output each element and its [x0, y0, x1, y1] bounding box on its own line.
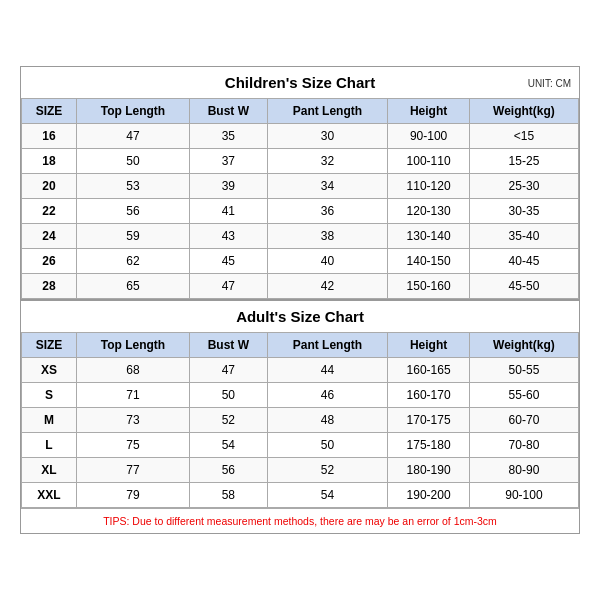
children-title-text: Children's Size Chart — [225, 74, 375, 91]
header-top-length: Top Length — [76, 99, 189, 124]
table-cell: 45 — [190, 249, 268, 274]
table-cell: 90-100 — [388, 124, 470, 149]
table-cell: 150-160 — [388, 274, 470, 299]
table-row: 26624540140-15040-45 — [22, 249, 579, 274]
table-row: 20533934110-12025-30 — [22, 174, 579, 199]
table-cell: 28 — [22, 274, 77, 299]
table-row: M735248170-17560-70 — [22, 408, 579, 433]
table-cell: 35-40 — [469, 224, 578, 249]
table-cell: 22 — [22, 199, 77, 224]
table-cell: 35 — [190, 124, 268, 149]
table-header-row: SIZE Top Length Bust W Pant Length Heigh… — [22, 99, 579, 124]
table-cell: S — [22, 383, 77, 408]
table-cell: XL — [22, 458, 77, 483]
table-cell: 46 — [267, 383, 388, 408]
size-chart-container: Children's Size Chart UNIT: CM SIZE Top … — [20, 66, 580, 534]
adult-header-row: SIZE Top Length Bust W Pant Length Heigh… — [22, 333, 579, 358]
table-cell: 36 — [267, 199, 388, 224]
adult-section-title: Adult's Size Chart — [21, 299, 579, 332]
adult-header-size: SIZE — [22, 333, 77, 358]
header-bust-w: Bust W — [190, 99, 268, 124]
table-cell: 54 — [190, 433, 268, 458]
table-cell: 65 — [76, 274, 189, 299]
table-cell: 43 — [190, 224, 268, 249]
table-cell: 50-55 — [469, 358, 578, 383]
unit-label: UNIT: CM — [528, 77, 571, 88]
table-cell: 15-25 — [469, 149, 578, 174]
table-cell: 41 — [190, 199, 268, 224]
children-size-table: SIZE Top Length Bust W Pant Length Heigh… — [21, 98, 579, 299]
table-cell: 53 — [76, 174, 189, 199]
table-cell: 68 — [76, 358, 189, 383]
table-cell: 50 — [267, 433, 388, 458]
table-cell: 16 — [22, 124, 77, 149]
table-cell: 52 — [190, 408, 268, 433]
adult-title-text: Adult's Size Chart — [236, 308, 364, 325]
table-cell: 44 — [267, 358, 388, 383]
table-cell: 37 — [190, 149, 268, 174]
table-cell: 47 — [190, 358, 268, 383]
table-row: 28654742150-16045-50 — [22, 274, 579, 299]
table-cell: 73 — [76, 408, 189, 433]
table-cell: 45-50 — [469, 274, 578, 299]
table-cell: 34 — [267, 174, 388, 199]
children-section-title: Children's Size Chart UNIT: CM — [21, 67, 579, 98]
table-cell: 79 — [76, 483, 189, 508]
table-cell: 70-80 — [469, 433, 578, 458]
table-cell: 38 — [267, 224, 388, 249]
table-cell: 25-30 — [469, 174, 578, 199]
table-row: XS684744160-16550-55 — [22, 358, 579, 383]
table-cell: 52 — [267, 458, 388, 483]
header-size: SIZE — [22, 99, 77, 124]
table-row: S715046160-17055-60 — [22, 383, 579, 408]
table-cell: 140-150 — [388, 249, 470, 274]
table-cell: XS — [22, 358, 77, 383]
table-row: XXL795854190-20090-100 — [22, 483, 579, 508]
table-row: 1647353090-100<15 — [22, 124, 579, 149]
tips-text: TIPS: Due to different measurement metho… — [21, 508, 579, 533]
header-weight: Weight(kg) — [469, 99, 578, 124]
table-cell: 50 — [190, 383, 268, 408]
table-row: L755450175-18070-80 — [22, 433, 579, 458]
table-cell: <15 — [469, 124, 578, 149]
table-cell: 190-200 — [388, 483, 470, 508]
table-cell: 160-170 — [388, 383, 470, 408]
table-cell: 56 — [190, 458, 268, 483]
table-row: 24594338130-14035-40 — [22, 224, 579, 249]
table-cell: 20 — [22, 174, 77, 199]
table-cell: 26 — [22, 249, 77, 274]
table-cell: 55-60 — [469, 383, 578, 408]
table-cell: 50 — [76, 149, 189, 174]
table-cell: 47 — [190, 274, 268, 299]
table-cell: 80-90 — [469, 458, 578, 483]
table-cell: 40-45 — [469, 249, 578, 274]
table-cell: 30-35 — [469, 199, 578, 224]
adult-header-height: Height — [388, 333, 470, 358]
table-cell: 56 — [76, 199, 189, 224]
adult-size-table: SIZE Top Length Bust W Pant Length Heigh… — [21, 332, 579, 508]
adult-header-weight: Weight(kg) — [469, 333, 578, 358]
table-row: 18503732100-11015-25 — [22, 149, 579, 174]
table-row: XL775652180-19080-90 — [22, 458, 579, 483]
table-cell: 77 — [76, 458, 189, 483]
table-cell: 90-100 — [469, 483, 578, 508]
table-row: 22564136120-13030-35 — [22, 199, 579, 224]
adult-table-body: XS684744160-16550-55S715046160-17055-60M… — [22, 358, 579, 508]
adult-header-pant-length: Pant Length — [267, 333, 388, 358]
header-height: Height — [388, 99, 470, 124]
table-cell: 110-120 — [388, 174, 470, 199]
table-cell: L — [22, 433, 77, 458]
children-table-body: 1647353090-100<1518503732100-11015-25205… — [22, 124, 579, 299]
table-cell: 62 — [76, 249, 189, 274]
table-cell: 39 — [190, 174, 268, 199]
table-cell: 32 — [267, 149, 388, 174]
table-cell: 60-70 — [469, 408, 578, 433]
table-cell: 59 — [76, 224, 189, 249]
table-cell: 47 — [76, 124, 189, 149]
table-cell: 30 — [267, 124, 388, 149]
table-cell: 58 — [190, 483, 268, 508]
table-cell: XXL — [22, 483, 77, 508]
table-cell: 130-140 — [388, 224, 470, 249]
table-cell: 180-190 — [388, 458, 470, 483]
header-pant-length: Pant Length — [267, 99, 388, 124]
